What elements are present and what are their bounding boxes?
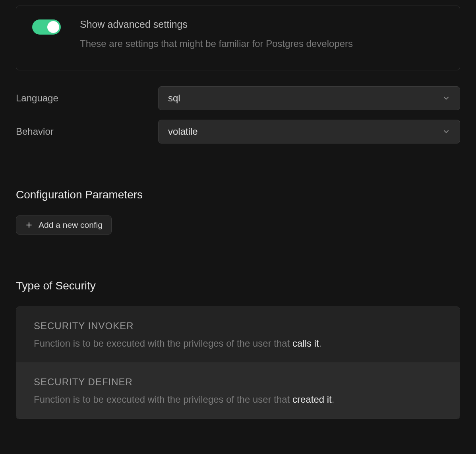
add-config-label: Add a new config — [39, 220, 103, 230]
security-option-desc: Function is to be executed with the priv… — [34, 394, 442, 405]
language-value: sql — [168, 93, 180, 104]
advanced-description: These are settings that might be familia… — [80, 38, 353, 49]
security-option-definer[interactable]: SECURITY DEFINER Function is to be execu… — [16, 363, 460, 419]
security-options: SECURITY INVOKER Function is to be execu… — [16, 307, 460, 419]
toggle-knob — [47, 21, 59, 33]
language-select[interactable]: sql — [158, 86, 460, 110]
advanced-title: Show advanced settings — [80, 19, 353, 30]
security-option-title: SECURITY INVOKER — [34, 320, 442, 332]
config-params-title: Configuration Parameters — [16, 188, 460, 201]
language-label: Language — [16, 93, 158, 104]
behavior-value: volatile — [168, 126, 198, 137]
chevron-down-icon — [442, 128, 450, 136]
advanced-toggle[interactable] — [32, 19, 61, 35]
behavior-label: Behavior — [16, 126, 158, 137]
advanced-settings-panel: Show advanced settings These are setting… — [16, 6, 460, 70]
plus-icon — [25, 221, 33, 229]
add-config-button[interactable]: Add a new config — [16, 215, 112, 235]
security-option-invoker[interactable]: SECURITY INVOKER Function is to be execu… — [16, 307, 460, 363]
behavior-select[interactable]: volatile — [158, 120, 460, 144]
security-option-title: SECURITY DEFINER — [34, 376, 442, 388]
behavior-row: Behavior volatile — [16, 120, 460, 144]
chevron-down-icon — [442, 94, 450, 102]
language-row: Language sql — [16, 86, 460, 110]
security-option-desc: Function is to be executed with the priv… — [34, 338, 442, 349]
security-title: Type of Security — [16, 279, 460, 292]
